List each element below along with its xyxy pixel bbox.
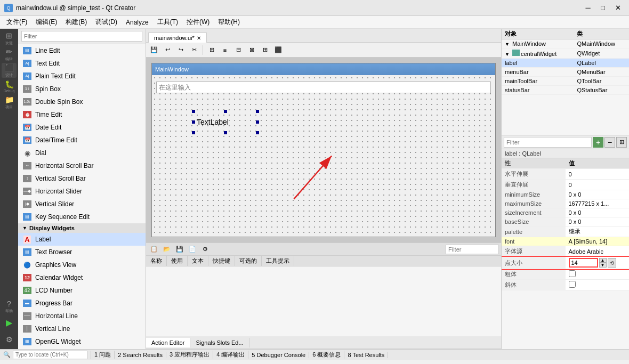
widget-filter-input[interactable]: [21, 31, 142, 42]
form-body[interactable]: TextLabel: [152, 75, 495, 237]
prop-value-bold[interactable]: [566, 269, 630, 280]
bold-checkbox[interactable]: [569, 270, 576, 277]
maximize-button[interactable]: □: [596, 3, 610, 13]
font-size-input[interactable]: [569, 258, 598, 268]
close-button[interactable]: ✕: [611, 3, 625, 13]
action-filter-input[interactable]: [446, 245, 499, 254]
prop-row-basesize[interactable]: baseSize 0 x 0: [502, 217, 629, 227]
widget-item-graphicsview[interactable]: 🔵 Graphics View: [18, 258, 146, 271]
designer-tab-mainwindow[interactable]: mainwindow.ui* ✕: [148, 33, 207, 43]
menu-edit[interactable]: 编辑(E): [31, 17, 61, 28]
toolbar-undo-btn[interactable]: ↩: [162, 44, 173, 56]
prop-value-minsize[interactable]: 0 x 0: [566, 190, 630, 199]
widget-item-hline[interactable]: ── Horizontal Line: [18, 310, 146, 322]
dock-welcome[interactable]: ⊞ 欢迎: [2, 31, 17, 46]
object-row-menubar[interactable]: menuBar QMenuBar: [502, 68, 629, 77]
widget-item-hscrollbar[interactable]: ↔ Horizontal Scroll Bar: [18, 159, 146, 172]
prop-value-vstretch[interactable]: 0: [566, 180, 630, 190]
menu-file[interactable]: 文件(F): [2, 17, 31, 28]
action-settings-btn[interactable]: ⚙: [199, 244, 211, 255]
action-open-btn[interactable]: 📂: [161, 244, 173, 255]
prop-add-button[interactable]: +: [593, 137, 603, 148]
prop-row-vstretch[interactable]: 垂直伸展 0: [502, 180, 629, 190]
prop-row-italic[interactable]: 斜体: [502, 280, 629, 290]
widget-item-vslider[interactable]: |◆ Vertical Slider: [18, 198, 146, 211]
toolbar-redo-btn[interactable]: ↪: [175, 44, 187, 56]
widget-item-lineedit[interactable]: ▤ Line Edit: [18, 44, 146, 57]
prop-value-hstretch[interactable]: 0: [566, 169, 630, 180]
minimize-button[interactable]: ─: [581, 3, 595, 13]
prop-value-italic[interactable]: [566, 280, 630, 290]
widget-item-label[interactable]: A Label: [18, 233, 146, 246]
widget-item-progressbar[interactable]: ▬ Progress Bar: [18, 297, 146, 310]
menu-debug[interactable]: 调试(D): [91, 17, 122, 28]
widget-item-plaintextedit[interactable]: A| Plain Text Edit: [18, 70, 146, 83]
dock-settings[interactable]: ⚙: [2, 332, 17, 347]
tab-close-button[interactable]: ✕: [197, 35, 201, 41]
widget-item-doublespinbox[interactable]: 1.0↕ Double Spin Box: [18, 95, 146, 108]
prop-remove-button[interactable]: −: [604, 137, 615, 148]
widget-item-datetimeedit[interactable]: 📅 Date/Time Edit: [18, 134, 146, 147]
dock-debug[interactable]: 🐛 Debug: [2, 79, 17, 94]
action-run-btn[interactable]: 📄: [187, 244, 198, 255]
widget-item-timeedit[interactable]: ⏰ Time Edit: [18, 108, 146, 121]
widget-item-textbrowser[interactable]: ▤ Text Browser: [18, 246, 146, 258]
prop-row-fontsource[interactable]: 字体源 Adobe Arabic: [502, 246, 629, 257]
status-debugger[interactable]: 5 Debugger Console: [248, 352, 309, 358]
widget-item-keyseq[interactable]: ▤ Key Sequence Edit: [18, 211, 146, 223]
status-tests[interactable]: 8 Test Results: [344, 352, 388, 358]
menu-tools[interactable]: 工具(T): [153, 17, 182, 28]
widget-item-dial[interactable]: ◉ Dial: [18, 147, 146, 159]
widget-item-dateedit[interactable]: 📅 Date Edit: [18, 121, 146, 134]
status-appoutput[interactable]: 3 应用程序输出: [166, 351, 213, 359]
dock-design[interactable]: ⬛ 设计: [2, 63, 17, 78]
object-row-label[interactable]: label QLabel: [502, 59, 629, 68]
font-size-reset-button[interactable]: ⟲: [608, 258, 616, 268]
form-input-widget[interactable]: [156, 82, 491, 93]
locate-input[interactable]: [13, 351, 87, 359]
object-row-mainwindow[interactable]: ▼ MainWindow QMainWindow: [502, 39, 629, 48]
prop-options-button[interactable]: ⊞: [616, 137, 627, 148]
toolbar-btn2[interactable]: ≡: [219, 44, 231, 56]
prop-row-sizeinc[interactable]: sizeIncrement 0 x 0: [502, 208, 629, 217]
prop-value-fontsource[interactable]: Adobe Arabic: [566, 246, 630, 257]
widget-item-vline[interactable]: │ Vertical Line: [18, 322, 146, 335]
toolbar-btn4[interactable]: ⊠: [246, 44, 257, 56]
prop-row-fontsize[interactable]: 点大小 ▲ ▼ ⟲: [502, 257, 629, 269]
italic-checkbox[interactable]: [569, 281, 576, 288]
designer-canvas[interactable]: MainWindow: [146, 58, 501, 242]
toolbar-btn1[interactable]: ⊞: [206, 44, 217, 56]
dock-help[interactable]: ? 帮助: [2, 299, 17, 314]
prop-value-palette[interactable]: 继承: [566, 227, 630, 237]
prop-value-basesize[interactable]: 0 x 0: [566, 217, 630, 227]
prop-row-maxsize[interactable]: maximumSize 16777215 x 1...: [502, 199, 629, 208]
menu-build[interactable]: 构建(B): [61, 17, 91, 28]
toolbar-save-btn[interactable]: 💾: [148, 44, 160, 56]
object-row-statusbar[interactable]: statusBar QStatusBar: [502, 86, 629, 95]
prop-row-bold[interactable]: 粗体: [502, 269, 629, 280]
prop-value-sizeinc[interactable]: 0 x 0: [566, 208, 630, 217]
dock-edit[interactable]: ✏ 编辑: [2, 47, 17, 62]
widget-item-hslider[interactable]: —◆ Horizontal Slider: [18, 185, 146, 198]
menu-analyze[interactable]: Analyze: [122, 18, 153, 27]
dock-projects[interactable]: 📁 项目: [2, 95, 17, 110]
widget-item-calendar[interactable]: 12 Calendar Widget: [18, 271, 146, 284]
prop-value-fontsize[interactable]: ▲ ▼ ⟲: [566, 257, 630, 269]
status-compile[interactable]: 4 编译输出: [213, 351, 248, 359]
section-display-widgets[interactable]: ▼ Display Widgets: [18, 223, 146, 233]
tab-action-editor[interactable]: Action Editor: [146, 338, 190, 347]
tab-signals-slots[interactable]: Signals Slots Ed...: [190, 338, 249, 347]
widget-item-textedit[interactable]: A| Text Edit: [18, 57, 146, 70]
toolbar-cut-btn[interactable]: ✂: [188, 44, 200, 56]
object-row-centralwidget[interactable]: ▼ centralWidget QWidget: [502, 48, 629, 59]
prop-row-palette[interactable]: palette 继承: [502, 227, 629, 237]
text-label-widget[interactable]: TextLabel: [197, 118, 229, 126]
prop-value-font[interactable]: A [SimSun, 14]: [566, 237, 630, 246]
window-controls[interactable]: ─ □ ✕: [581, 3, 625, 13]
status-issues[interactable]: 1 问题: [91, 351, 115, 359]
menu-widgets[interactable]: 控件(W): [182, 17, 214, 28]
status-search[interactable]: 2 Search Results: [115, 352, 166, 358]
prop-value-maxsize[interactable]: 16777215 x 1...: [566, 199, 630, 208]
widget-item-vscrollbar[interactable]: ↕ Vertical Scroll Bar: [18, 172, 146, 185]
widget-item-opengl[interactable]: ▦ OpenGL Widget: [18, 335, 146, 348]
